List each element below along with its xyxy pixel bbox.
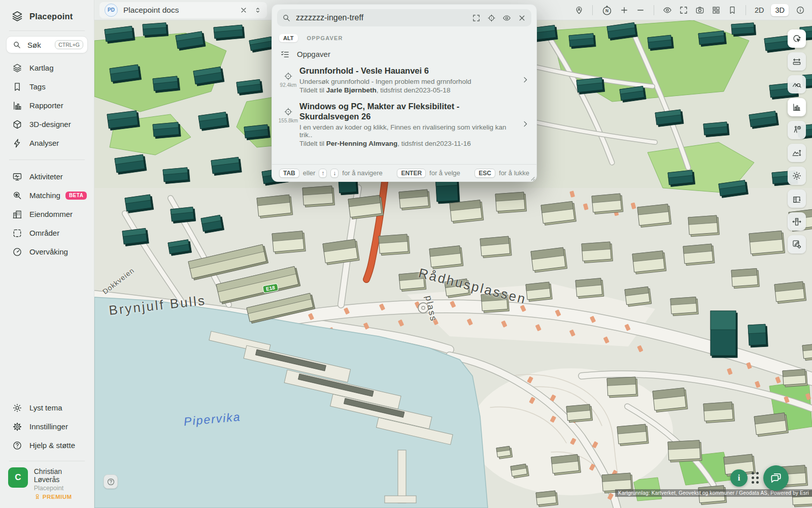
resize-handle[interactable] [529,174,535,180]
activity-monitor-icon [12,172,22,182]
chevron-right-icon[interactable] [521,101,529,147]
sidebar-item-eiendommer[interactable]: Eiendommer [0,205,94,224]
layers-logo-icon [11,10,23,22]
gear-icon [12,422,22,432]
locate-target-icon[interactable] [487,14,496,22]
drag-handle-dots[interactable] [752,472,759,484]
result-meta: Tildelt til Jarle Bjørnbeth, tidsfrist d… [299,86,518,94]
screenshot-button[interactable] [695,6,704,15]
user-org: Placepoint [34,485,88,492]
sidebar-item-matching[interactable]: Matching BETA [0,186,94,205]
location-pin-button[interactable] [574,6,584,15]
search-query: zzzzzzz-ingen-treff [296,13,465,22]
result-distance: 155.8km [279,118,298,123]
bookmark-icon [12,82,22,92]
buildings-icon [12,209,22,219]
map-select-tool-button[interactable] [788,29,806,48]
map-info-button[interactable] [796,6,805,15]
visibility-button[interactable] [663,6,672,15]
expand-search-icon[interactable] [472,14,481,22]
result-row-2[interactable]: 155.8km Windows og PC, Makter av Fleksib… [277,101,532,147]
chevron-updown-icon[interactable] [254,6,262,14]
checklist-icon [280,49,290,59]
user-profile[interactable]: C Christian Løverås Placepoint PREMIUM [0,461,94,508]
gauge-icon [12,247,22,257]
toolbar-divider [592,5,593,15]
sidebar-item-3d-designer[interactable]: 3D-designer [0,115,94,134]
edit-area-button[interactable] [788,235,806,253]
travel-time-button[interactable] [788,121,806,139]
doc-tab-placepoint-docs[interactable]: PD Placepoint docs [99,2,267,18]
clear-search-icon[interactable] [518,14,526,22]
map-toolbar: 2D 3D [574,4,812,16]
chevron-right-icon[interactable] [521,66,529,94]
info-fab-button[interactable]: i [730,469,748,487]
search-input[interactable]: zzzzzzz-ingen-treff [277,9,531,26]
sidebar-item-hjelp[interactable]: Hjelp & støtte [0,436,94,455]
bookmarks-button[interactable] [728,6,737,15]
sidebar-item-sok[interactable]: Søk CTRL+G [6,36,88,53]
result-meta: Tildelt til Per-Henning Almvang, tidsfri… [299,140,518,147]
avatar[interactable]: C [8,467,28,488]
search-pin-icon [12,190,22,201]
sidebar-item-aktiviteter[interactable]: Aktiviteter [0,167,94,186]
search-shortcut: CTRL+G [55,40,83,49]
help-button[interactable] [104,474,118,489]
sidebar-item-lyst-tema[interactable]: Lyst tema [0,398,94,417]
chat-bubbles-icon [769,471,783,485]
statistics-button[interactable] [788,98,806,116]
lightning-icon [12,138,22,148]
sidebar-item-omrader[interactable]: Områder [0,224,94,242]
sidebar-item-analyser[interactable]: Analyser [0,134,94,152]
widgets-button[interactable] [712,6,721,15]
cube-icon [12,119,22,130]
sidebar-item-innstillinger[interactable]: Innstillinger [0,417,94,436]
view-2d-button[interactable]: 2D [755,6,764,14]
fullscreen-button[interactable] [679,6,688,15]
tab-key: TAB [279,169,299,178]
result-distance: 92.4km [280,82,297,88]
filter-alt-chip[interactable]: ALT [279,34,298,42]
zoom-out-button[interactable] [636,6,645,15]
search-icon [282,14,291,22]
terrain-analysis-button[interactable] [788,75,806,93]
premium-badge: PREMIUM [34,493,88,500]
visibility-eye-icon[interactable] [502,14,511,22]
building-dimensions-button[interactable] [788,212,806,231]
app-logo[interactable]: Placepoint [0,0,94,30]
bar-chart-icon [12,101,22,111]
target-icon [284,107,293,116]
sidebar-item-kartlag[interactable]: Kartlag [0,58,94,77]
search-icon [13,41,21,49]
sidebar-divider [9,30,85,31]
filter-oppgaver-tab[interactable]: OPPGAVER [307,35,343,41]
chat-button[interactable] [763,465,789,491]
close-doc-icon[interactable] [240,6,248,14]
sun-shadow-button[interactable] [788,167,806,185]
elevation-profile-button[interactable] [788,144,806,162]
sun-icon [12,403,22,413]
section-oppgaver[interactable]: Oppgaver [280,49,330,59]
esc-key: ESC [475,169,495,178]
search-results: 92.4km Grunnforhold - Vesle Hauanvei 6 U… [277,66,532,154]
medal-icon [34,493,41,500]
sidebar: Placepoint Søk CTRL+G Kartlag Tags Rappo… [0,0,94,508]
measure-tool-button[interactable] [788,52,806,71]
construction-tool-button[interactable] [788,189,806,208]
result-row-1[interactable]: 92.4km Grunnforhold - Vesle Hauanvei 6 U… [277,66,532,94]
view-3d-button[interactable]: 3D [771,4,789,16]
compass-north-button[interactable] [601,5,613,16]
sidebar-item-tags[interactable]: Tags [0,77,94,96]
arrow-down-key: ↓ [330,169,339,178]
zoom-in-button[interactable] [620,6,629,15]
map-tool-rail [788,29,806,253]
doc-badge: PD [105,4,118,17]
search-label: Søk [27,41,41,49]
help-circle-icon [12,440,22,451]
sidebar-item-overvaking[interactable]: Overvåking [0,242,94,261]
target-icon [284,72,293,81]
user-name: Christian Løverås [34,467,88,484]
sidebar-item-rapporter[interactable]: Rapporter [0,96,94,115]
beta-badge: BETA [65,192,87,200]
arrow-up-key: ↑ [319,169,327,178]
